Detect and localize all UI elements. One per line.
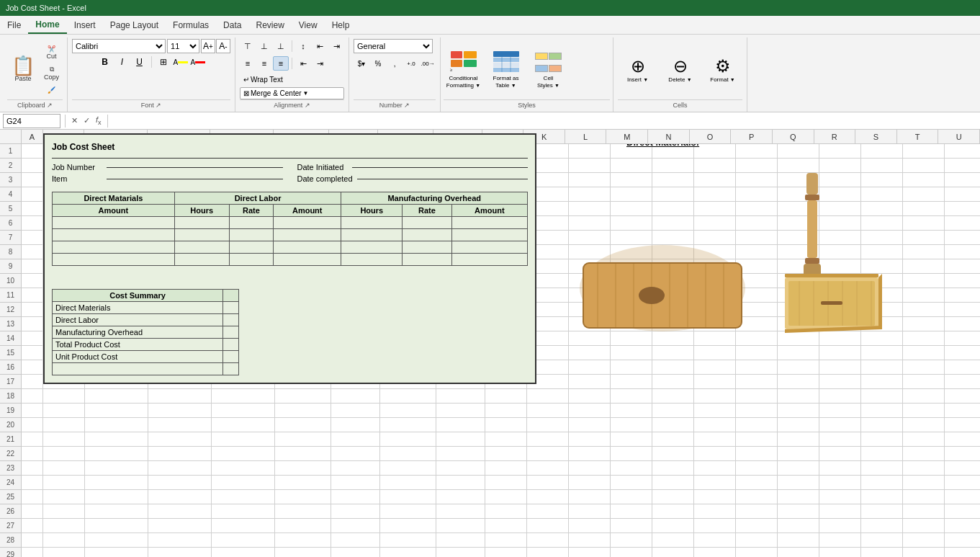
- cell-T18[interactable]: [903, 389, 945, 404]
- cell-R16[interactable]: [819, 360, 861, 375]
- cell-L17[interactable]: [569, 375, 611, 389]
- cell-S8[interactable]: [861, 245, 903, 259]
- font-expand-icon[interactable]: ↗: [156, 102, 161, 109]
- increase-indent-button[interactable]: ⇥: [312, 56, 328, 71]
- cell-A14[interactable]: [22, 331, 43, 346]
- cell-Q29[interactable]: [778, 548, 819, 557]
- cell-N18[interactable]: [652, 389, 694, 404]
- cell-B27[interactable]: [43, 519, 85, 533]
- cell-U9[interactable]: [945, 259, 980, 274]
- cell-U18[interactable]: [945, 389, 980, 404]
- cell-M26[interactable]: [611, 504, 652, 519]
- cell-I21[interactable]: [436, 432, 485, 447]
- number-expand-icon[interactable]: ↗: [404, 102, 410, 109]
- cell-T4[interactable]: [903, 187, 945, 202]
- cell-P26[interactable]: [736, 504, 778, 519]
- cell-U29[interactable]: [945, 548, 980, 557]
- jcs-data-cell[interactable]: [174, 254, 229, 266]
- cell-D21[interactable]: [148, 432, 212, 447]
- cell-P18[interactable]: [736, 389, 778, 404]
- cell-I25[interactable]: [436, 490, 485, 504]
- cell-M5[interactable]: [611, 202, 652, 216]
- cell-L16[interactable]: [569, 360, 611, 375]
- cell-I24[interactable]: [436, 476, 485, 490]
- decimal-increase-button[interactable]: +.0: [403, 56, 419, 71]
- cell-G19[interactable]: [331, 404, 380, 418]
- cell-R22[interactable]: [819, 447, 861, 461]
- cell-U1[interactable]: [945, 144, 980, 159]
- cell-E29[interactable]: [212, 548, 275, 557]
- cell-O6[interactable]: [694, 216, 736, 231]
- cell-U6[interactable]: [945, 216, 980, 231]
- cell-U4[interactable]: [945, 187, 980, 202]
- bold-button[interactable]: B: [97, 55, 113, 69]
- cell-J18[interactable]: [485, 389, 527, 404]
- cell-T22[interactable]: [903, 447, 945, 461]
- cell-R17[interactable]: [819, 375, 861, 389]
- cell-A7[interactable]: [22, 231, 43, 245]
- table-row[interactable]: Direct Labor: [53, 314, 239, 326]
- cell-L20[interactable]: [569, 418, 611, 432]
- cell-T25[interactable]: [903, 490, 945, 504]
- paste-button[interactable]: 📋 Paste: [7, 53, 39, 85]
- name-box[interactable]: [3, 114, 60, 128]
- font-size-increase-button[interactable]: A+: [201, 39, 215, 53]
- cell-A5[interactable]: [22, 202, 43, 216]
- outdent-button[interactable]: ⇥: [328, 39, 344, 53]
- align-middle-button[interactable]: ⊥: [256, 39, 272, 53]
- cell-D22[interactable]: [148, 447, 212, 461]
- cell-A24[interactable]: [22, 476, 43, 490]
- cell-L3[interactable]: [569, 173, 611, 187]
- cell-E21[interactable]: [212, 432, 275, 447]
- cell-T11[interactable]: [903, 288, 945, 303]
- jcs-data-cell[interactable]: [341, 217, 403, 229]
- jcs-data-cell[interactable]: [53, 217, 175, 229]
- cell-T17[interactable]: [903, 375, 945, 389]
- borders-button[interactable]: ⊞: [156, 55, 171, 69]
- format-as-table-button[interactable]: Format asTable ▼: [486, 47, 526, 91]
- cell-A27[interactable]: [22, 519, 43, 533]
- cell-M17[interactable]: [611, 375, 652, 389]
- cell-F23[interactable]: [275, 461, 331, 476]
- cell-P16[interactable]: [736, 360, 778, 375]
- cell-S19[interactable]: [861, 404, 903, 418]
- cell-T16[interactable]: [903, 360, 945, 375]
- cell-U3[interactable]: [945, 173, 980, 187]
- cell-A29[interactable]: [22, 548, 43, 557]
- format-painter-button[interactable]: 🖌️: [40, 84, 63, 96]
- cell-P15[interactable]: [736, 346, 778, 360]
- col-header-o[interactable]: O: [690, 130, 732, 144]
- cell-N23[interactable]: [652, 461, 694, 476]
- cell-S25[interactable]: [861, 490, 903, 504]
- cell-R15[interactable]: [819, 346, 861, 360]
- col-header-r[interactable]: R: [814, 130, 856, 144]
- col-header-s[interactable]: S: [855, 130, 897, 144]
- cell-S6[interactable]: [861, 216, 903, 231]
- cell-M28[interactable]: [611, 533, 652, 548]
- cell-Q15[interactable]: [778, 346, 819, 360]
- cell-N28[interactable]: [652, 533, 694, 548]
- menu-review[interactable]: Review: [248, 17, 291, 33]
- cell-G23[interactable]: [331, 461, 380, 476]
- cell-L29[interactable]: [569, 548, 611, 557]
- cell-P25[interactable]: [736, 490, 778, 504]
- cell-R1[interactable]: [819, 144, 861, 159]
- cell-L21[interactable]: [569, 432, 611, 447]
- menu-view[interactable]: View: [292, 17, 325, 33]
- cell-F18[interactable]: [275, 389, 331, 404]
- cell-L19[interactable]: [569, 404, 611, 418]
- cell-O4[interactable]: [694, 187, 736, 202]
- cell-O17[interactable]: [694, 375, 736, 389]
- cell-N2[interactable]: [652, 159, 694, 173]
- table-row[interactable]: Total Product Cost: [53, 339, 239, 351]
- cell-M29[interactable]: [611, 548, 652, 557]
- cell-O15[interactable]: [694, 346, 736, 360]
- cell-B23[interactable]: [43, 461, 85, 476]
- cell-A21[interactable]: [22, 432, 43, 447]
- cell-K29[interactable]: [527, 548, 569, 557]
- cell-M23[interactable]: [611, 461, 652, 476]
- cell-N21[interactable]: [652, 432, 694, 447]
- confirm-formula-icon[interactable]: ✓: [82, 116, 91, 125]
- jcs-direct-labor-value[interactable]: [223, 314, 239, 326]
- cell-L4[interactable]: [569, 187, 611, 202]
